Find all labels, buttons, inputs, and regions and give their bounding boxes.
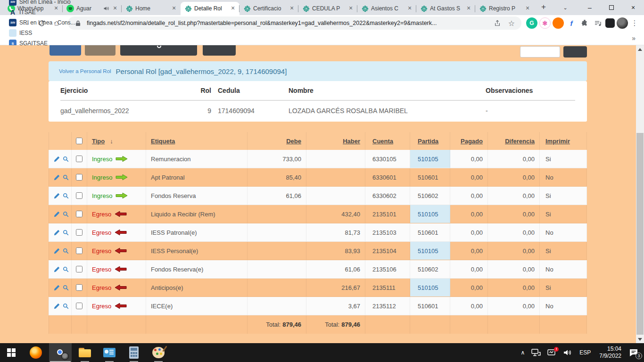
edit-icon[interactable]: [54, 211, 60, 217]
browser-tab-home[interactable]: Home×: [122, 2, 181, 15]
maximize-button[interactable]: [601, 0, 622, 15]
row-checkbox[interactable]: [76, 156, 83, 162]
toolbar-button-dark-wide[interactable]: [120, 45, 197, 56]
partida-link[interactable]: 510105: [418, 247, 438, 255]
edit-icon[interactable]: [54, 174, 60, 181]
edit-icon[interactable]: [54, 156, 60, 162]
partida-link[interactable]: 510602: [418, 192, 438, 199]
tab-close-icon[interactable]: ×: [288, 5, 296, 12]
taskbar-chrome[interactable]: [49, 343, 72, 362]
scrollbar-down-arrow[interactable]: [636, 335, 644, 343]
row-checkbox[interactable]: [76, 229, 83, 236]
volume-icon[interactable]: [560, 343, 575, 362]
column-header-imprimir[interactable]: Imprimir: [545, 138, 570, 145]
column-header-diferencia[interactable]: Diferencia: [505, 138, 535, 145]
edit-icon[interactable]: [54, 303, 60, 309]
taskbar-blue-app[interactable]: [98, 343, 121, 362]
row-checkbox[interactable]: [76, 247, 83, 254]
orange-shield-extension-icon[interactable]: [553, 17, 564, 29]
network-icon[interactable]: [528, 343, 544, 362]
edit-icon[interactable]: [54, 266, 60, 272]
tab-close-icon[interactable]: ×: [229, 5, 237, 12]
scrollbar-up-arrow[interactable]: [636, 45, 644, 53]
toolbar-button-dark[interactable]: [203, 45, 236, 56]
edit-icon[interactable]: [54, 230, 60, 236]
column-header-pagado[interactable]: Pagado: [461, 138, 483, 145]
row-checkbox[interactable]: [76, 211, 83, 217]
page-scrollbar[interactable]: [636, 45, 644, 343]
system-alert-icon[interactable]: !: [544, 343, 560, 362]
bookmark-star-icon[interactable]: ☆: [506, 19, 517, 28]
partida-link[interactable]: 510602: [418, 266, 438, 273]
partida-link[interactable]: 510105: [418, 156, 438, 163]
toolbar-button-tan[interactable]: [85, 45, 116, 56]
browser-tab-asientos-c[interactable]: Asientos C×: [357, 2, 416, 15]
view-icon[interactable]: [63, 303, 69, 309]
tab-audio-icon[interactable]: [103, 6, 109, 11]
toolbar-button-blue[interactable]: [50, 45, 81, 56]
view-icon[interactable]: [63, 211, 69, 217]
taskbar-file-explorer[interactable]: [74, 343, 96, 362]
partida-link[interactable]: 510601: [418, 229, 438, 236]
tab-close-icon[interactable]: ×: [170, 5, 178, 12]
bookmarks-overflow-icon[interactable]: »: [629, 34, 638, 42]
scrollbar-thumb[interactable]: [636, 133, 644, 335]
url-text[interactable]: fingads.net/sf2/nomina/detalle_rol_list.…: [87, 20, 488, 26]
row-checkbox[interactable]: [76, 284, 83, 291]
tab-close-icon[interactable]: ×: [406, 5, 413, 12]
browser-tab-at-gastos-s[interactable]: At Gastos S×: [416, 2, 475, 15]
column-header-etiqueta[interactable]: Etiqueta: [151, 138, 175, 145]
browser-tab-registro-p[interactable]: Registro P×: [475, 2, 534, 15]
pink-extension-icon[interactable]: ✻: [539, 17, 551, 29]
tab-close-icon[interactable]: ×: [465, 5, 472, 12]
taskbar-calculator[interactable]: [123, 343, 145, 362]
view-icon[interactable]: [63, 248, 69, 254]
tab-search-chevron-icon[interactable]: ⌄: [558, 0, 572, 15]
column-header-partida[interactable]: Partida: [418, 138, 438, 145]
bookmark-sri-en-l-nea-inicio[interactable]: SRISRI en Línea - Inicio: [6, 0, 79, 7]
view-icon[interactable]: [63, 285, 69, 291]
playlist-extension-icon[interactable]: [592, 17, 603, 29]
row-checkbox[interactable]: [76, 303, 83, 309]
extensions-puzzle-icon[interactable]: [579, 17, 590, 29]
page-size-select[interactable]: [520, 46, 560, 58]
browser-tab-detalle-rol[interactable]: Detalle Rol×: [181, 2, 239, 15]
partida-link[interactable]: 510105: [418, 211, 438, 218]
new-tab-button[interactable]: +: [537, 1, 550, 14]
column-header-tipo[interactable]: Tipo: [92, 138, 105, 145]
view-icon[interactable]: [63, 193, 69, 199]
start-button[interactable]: [0, 343, 23, 362]
browser-tab-cedula-p[interactable]: CEDULA P×: [298, 2, 357, 15]
close-window-button[interactable]: ×: [622, 0, 644, 15]
column-header-debe[interactable]: Debe: [286, 138, 301, 145]
tab-close-icon[interactable]: ×: [347, 5, 355, 12]
partida-link[interactable]: 510105: [418, 284, 438, 291]
address-bar[interactable]: fingads.net/sf2/nomina/detalle_rol_list.…: [68, 16, 521, 30]
partida-link[interactable]: 510601: [418, 174, 438, 181]
view-icon[interactable]: [63, 230, 69, 236]
edit-icon[interactable]: [54, 248, 60, 254]
toolbar-button-dark-small[interactable]: [563, 46, 587, 58]
blue-f-extension-icon[interactable]: f: [566, 17, 577, 29]
view-icon[interactable]: [63, 174, 69, 181]
grammarly-extension-icon[interactable]: G: [526, 17, 537, 29]
back-to-personal-rol-link[interactable]: Volver a Personal Rol: [59, 68, 111, 74]
bookmark-sri-en-l-nea-cons[interactable]: SRISRI en Línea - Cons...: [6, 17, 79, 28]
browser-menu-icon[interactable]: ⋮: [630, 19, 639, 27]
minimize-button[interactable]: –: [579, 0, 601, 15]
partida-link[interactable]: 510601: [418, 303, 438, 310]
row-checkbox[interactable]: [76, 174, 83, 181]
view-icon[interactable]: [63, 266, 69, 272]
edit-icon[interactable]: [54, 193, 60, 199]
tray-show-hidden-icons[interactable]: ∧: [517, 343, 528, 362]
view-icon[interactable]: [63, 156, 69, 162]
browser-tab-certificacio[interactable]: Certificacio×: [239, 2, 298, 15]
taskbar-clock[interactable]: 15:04 7/9/2022: [595, 346, 626, 360]
tab-close-icon[interactable]: ×: [524, 5, 531, 12]
row-checkbox[interactable]: [76, 266, 83, 272]
profile-avatar[interactable]: [617, 17, 628, 29]
bookmark-iess[interactable]: IESS: [6, 28, 79, 38]
column-header-cuenta[interactable]: Cuenta: [372, 138, 393, 145]
column-header-haber[interactable]: Haber: [343, 138, 360, 145]
dark-square-extension-icon[interactable]: [605, 18, 615, 28]
